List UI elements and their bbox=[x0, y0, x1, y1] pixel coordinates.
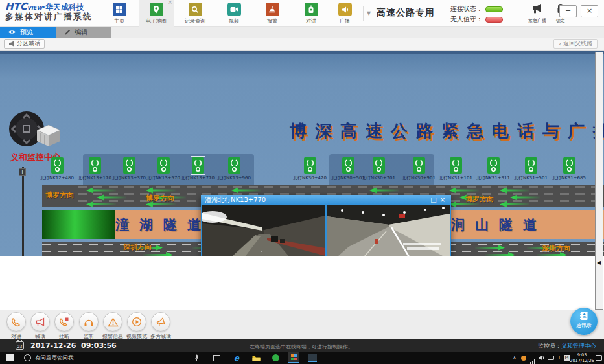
folder-icon bbox=[252, 355, 261, 361]
nav-home[interactable]: 主页 bbox=[102, 0, 137, 27]
station-label: 北行NK12+480 bbox=[36, 175, 78, 181]
operator-info: 监控员：义和管理中心 bbox=[538, 342, 596, 350]
hangup-button[interactable] bbox=[54, 312, 74, 332]
station-label: 北行NK31+311 bbox=[472, 175, 515, 181]
back-to-parent-button[interactable]: ‹ 返回父线路 bbox=[553, 39, 598, 49]
taskbar-explorer[interactable] bbox=[250, 352, 262, 364]
intercom-button[interactable] bbox=[6, 312, 26, 332]
notification-center-button[interactable] bbox=[594, 352, 603, 364]
tray-volume[interactable] bbox=[538, 352, 546, 364]
nav-emap[interactable]: × 电子地图 bbox=[139, 0, 174, 27]
mic-button[interactable] bbox=[192, 352, 201, 364]
control-center-building-icon[interactable] bbox=[37, 125, 60, 147]
monitor-listen-button[interactable] bbox=[79, 312, 99, 332]
emergency-broadcast-button[interactable]: 紧急广播 bbox=[526, 3, 548, 24]
content-lower-area bbox=[0, 256, 604, 310]
status-time: 09:03:56 bbox=[81, 341, 117, 350]
notification-icon bbox=[596, 355, 602, 361]
phone-terminal-icon bbox=[487, 157, 500, 174]
taskbar-edge[interactable]: e bbox=[231, 352, 242, 364]
phone-terminal-icon bbox=[228, 157, 240, 174]
tray-pen[interactable]: + bbox=[556, 352, 563, 364]
task-view-icon bbox=[213, 355, 220, 361]
station-north[interactable]: 北行NK31+101 bbox=[434, 157, 477, 181]
contacts-button[interactable]: 通讯录 bbox=[570, 308, 598, 335]
station-north[interactable]: 北行NK30+701 bbox=[357, 157, 400, 181]
play-circle-icon bbox=[132, 317, 142, 327]
nav-label: 电子地图 bbox=[139, 17, 174, 25]
multi-shout-button[interactable] bbox=[151, 312, 170, 332]
vertical-scrollbar[interactable]: ◀ bbox=[595, 52, 603, 310]
shout-button[interactable] bbox=[30, 312, 50, 332]
phone-hangup-icon bbox=[59, 317, 69, 327]
nav-broadcast[interactable]: 广播 bbox=[327, 0, 362, 27]
sub-toolbar: 分区喊话 ‹ 返回父线路 bbox=[0, 38, 604, 51]
nav-alarm[interactable]: 报警 bbox=[255, 0, 290, 27]
video-popup-window[interactable]: 潼湖北行NK13+770 □ × bbox=[201, 195, 451, 256]
map-canvas[interactable]: 博深高速公路紧急电话与广播 义和监控中心 + bbox=[0, 51, 604, 256]
video-preview-button[interactable] bbox=[127, 312, 146, 332]
operator-name[interactable]: 义和管理中心 bbox=[561, 343, 596, 349]
nav-records[interactable]: 记录查询 bbox=[178, 0, 213, 27]
connection-status-label: 连接状态： bbox=[450, 5, 483, 14]
speaker-icon bbox=[338, 3, 352, 16]
phone-terminal-icon bbox=[450, 157, 462, 174]
map-pin-icon bbox=[150, 3, 163, 16]
zone-call-button[interactable]: 分区喊话 bbox=[4, 39, 45, 49]
zoom-slider[interactable] bbox=[22, 167, 24, 256]
headphones-icon bbox=[84, 317, 94, 327]
station-north[interactable]: 北行NK31+685 bbox=[548, 157, 590, 181]
zoom-in-handle[interactable]: + bbox=[19, 168, 26, 176]
tunnel-name-right: 涧山隧道 bbox=[451, 216, 547, 234]
video-channel-2[interactable]: S M 潼湖北行NK13+770 - 视频2 bbox=[327, 205, 450, 256]
taskbar-app-window[interactable] bbox=[306, 352, 319, 364]
tray-clock[interactable]: 9:03 2017/12/26 bbox=[570, 352, 594, 364]
tray-expand[interactable]: ∧ bbox=[511, 352, 518, 364]
intercom-icon bbox=[305, 3, 318, 16]
nav-intercom[interactable]: 对讲 bbox=[294, 0, 329, 27]
station-north[interactable]: 北行NK30+420 bbox=[288, 157, 331, 181]
action-bar: 对讲 喊话 挂断 监听 报警信息 视频预览 多方喊话 通讯录 bbox=[0, 310, 604, 339]
station-north[interactable]: 北行NK31+501 bbox=[509, 157, 552, 181]
station-north[interactable]: 北行NK12+480 bbox=[36, 157, 78, 181]
nav-video[interactable]: 视频 bbox=[216, 0, 251, 27]
nav-label: 视频 bbox=[216, 17, 251, 25]
status-hint: 在终端页面选中在线终端，可进行控制操作。 bbox=[194, 343, 408, 350]
nav-overflow-caret[interactable]: ▼ bbox=[363, 6, 371, 21]
collapse-arrow-icon[interactable]: ◀ bbox=[597, 260, 601, 266]
station-label: 北行NK31+101 bbox=[434, 175, 477, 181]
task-view-button[interactable] bbox=[211, 352, 222, 364]
cortana-button[interactable] bbox=[22, 352, 32, 364]
alarm-icon bbox=[266, 3, 279, 16]
taskbar-app-active[interactable] bbox=[286, 352, 301, 364]
tab-preview[interactable]: 预览 bbox=[0, 27, 56, 38]
video-window-titlebar[interactable]: 潼湖北行NK13+770 □ × bbox=[201, 195, 451, 205]
app-logo: HTCVIEW·华天成科技 多媒体对讲广播系统 bbox=[5, 2, 115, 21]
station-north[interactable]: 北行NK13+960 bbox=[213, 157, 255, 181]
direction-label-up: 博罗方向 bbox=[465, 194, 494, 204]
close-icon[interactable]: × bbox=[438, 195, 447, 205]
tray-keyboard[interactable] bbox=[547, 352, 555, 364]
minimize-button[interactable]: − bbox=[559, 5, 577, 17]
phone-icon bbox=[11, 317, 21, 327]
zone-call-label: 分区喊话 bbox=[17, 40, 40, 48]
tray-security[interactable] bbox=[520, 352, 528, 364]
close-button[interactable]: × bbox=[581, 5, 598, 17]
cortana-icon bbox=[24, 354, 31, 361]
station-north[interactable]: 北行NK31+311 bbox=[472, 157, 515, 181]
tab-edit[interactable]: 编辑 bbox=[56, 27, 111, 38]
taskbar-app-green[interactable] bbox=[270, 352, 281, 364]
phone-terminal-icon bbox=[123, 157, 135, 174]
tray-network[interactable] bbox=[529, 352, 537, 364]
windows-taskbar: 有问题尽管问我 e ∧ + M 9:03 bbox=[0, 352, 604, 364]
start-button[interactable] bbox=[3, 352, 17, 364]
maximize-icon[interactable]: □ bbox=[429, 195, 438, 205]
tunnel-name-left: 潼湖隧道 bbox=[115, 216, 211, 234]
taskbar-search[interactable]: 有问题尽管问我 bbox=[35, 352, 113, 364]
megaphone-tilted-icon bbox=[156, 317, 166, 327]
video-channel-1[interactable]: S M 潼湖北行NK13+770 - 视频1 bbox=[202, 205, 325, 256]
direction-label-up: 博罗方向 bbox=[45, 190, 74, 200]
mic-icon bbox=[194, 354, 199, 361]
close-tab-icon[interactable]: × bbox=[168, 0, 172, 5]
alarm-info-button[interactable] bbox=[103, 312, 122, 332]
